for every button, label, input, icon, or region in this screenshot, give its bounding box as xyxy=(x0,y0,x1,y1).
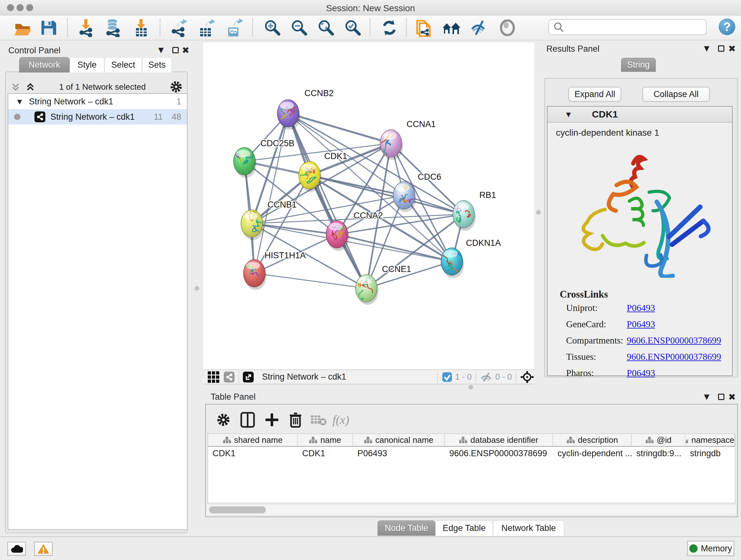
table-panel-collapse-icon[interactable]: ▼ xyxy=(704,393,710,401)
compartments-link[interactable]: 9606.ENSP00000378699 xyxy=(627,335,721,346)
birds-eye-view-icon[interactable] xyxy=(208,371,219,383)
pharos-link[interactable]: P06493 xyxy=(627,368,655,378)
toolbar-separator xyxy=(252,18,253,37)
column-header-shared-name[interactable]: shared name xyxy=(208,434,298,446)
left-splitter-handle[interactable] xyxy=(195,286,199,291)
expand-all-button[interactable]: Expand All xyxy=(568,87,621,102)
network-edge-CCNB2-CCNE1[interactable] xyxy=(288,113,366,288)
column-header-description[interactable]: description xyxy=(553,434,632,446)
expand-all-chevron-icon[interactable] xyxy=(25,81,36,92)
zoom-in-icon[interactable] xyxy=(262,18,283,38)
export-network-icon[interactable] xyxy=(169,18,189,38)
delete-column-trash-icon[interactable] xyxy=(285,410,306,429)
show-all-eye-icon[interactable] xyxy=(497,18,518,38)
column-header-namespace[interactable]: namespace xyxy=(685,434,735,446)
import-database-icon[interactable] xyxy=(103,18,123,38)
import-network-icon[interactable] xyxy=(76,18,96,38)
tissues-link[interactable]: 9606.ENSP00000378699 xyxy=(627,352,721,362)
results-panel-float-icon[interactable] xyxy=(718,45,724,52)
memory-button[interactable]: Memory xyxy=(687,541,734,556)
search-field[interactable] xyxy=(548,19,706,35)
tab-network-table[interactable]: Network Table xyxy=(493,520,564,536)
table-row[interactable]: CDK1CDK1P064939606.ENSP00000378699cyclin… xyxy=(208,447,735,460)
tab-node-table[interactable]: Node Table xyxy=(378,520,435,536)
tab-string-results[interactable]: String xyxy=(621,58,656,72)
open-in-browser-icon[interactable] xyxy=(243,372,254,382)
scrollbar-thumb[interactable] xyxy=(209,506,266,513)
fit-content-crosshair-icon[interactable] xyxy=(520,371,534,383)
warnings-button[interactable] xyxy=(34,542,53,556)
home-icon[interactable] xyxy=(441,18,461,38)
tab-network[interactable]: Network xyxy=(19,57,70,72)
search-input[interactable] xyxy=(567,20,706,35)
delete-table-icon[interactable] xyxy=(308,410,329,429)
column-header--id[interactable]: @id xyxy=(632,434,685,446)
hidden-eye-slash-icon[interactable] xyxy=(480,372,493,382)
tree-expander-icon[interactable]: ▼ xyxy=(17,98,22,105)
node-section-header[interactable]: ▼ CDK1 xyxy=(548,107,732,123)
table-cell[interactable]: CDK1 xyxy=(298,449,353,458)
share-document-icon[interactable] xyxy=(414,18,434,38)
export-image-icon[interactable] xyxy=(225,18,245,38)
network-node-CDC25B[interactable]: CDC25B xyxy=(233,138,294,178)
network-node-RB1[interactable]: RB1 xyxy=(450,190,496,231)
control-panel-float-icon[interactable] xyxy=(172,47,179,53)
section-collapse-icon[interactable]: ▼ xyxy=(566,111,571,118)
table-cell[interactable]: P06493 xyxy=(353,449,445,458)
network-node-CCNA1[interactable]: CCNA1 xyxy=(377,119,435,160)
crosslink-label: Pharos: xyxy=(566,368,627,378)
control-panel-close-icon[interactable]: ✖ xyxy=(182,45,189,56)
function-builder-icon[interactable]: f(x) xyxy=(331,410,351,429)
string-style-icon[interactable] xyxy=(224,372,234,382)
export-table-icon[interactable] xyxy=(197,18,217,38)
network-canvas[interactable]: CCNB2CCNA1CDC25BCDK1CDC6RB1CCNB1CCNA2CDK… xyxy=(203,43,534,369)
results-panel-close-icon[interactable]: ✖ xyxy=(728,44,736,54)
genecard-link[interactable]: P06493 xyxy=(627,319,655,329)
cloud-status-button[interactable] xyxy=(7,542,26,556)
table-panel-close-icon[interactable]: ✖ xyxy=(728,392,736,402)
column-header-canonical-name[interactable]: canonical name xyxy=(353,434,445,446)
network-edge-CCNB1-CCNA2[interactable] xyxy=(252,224,337,234)
tab-edge-table[interactable]: Edge Table xyxy=(435,520,493,536)
column-header-name[interactable]: name xyxy=(298,434,353,446)
table-cell[interactable]: 9606.ENSP00000378699 xyxy=(445,449,553,458)
uniprot-link[interactable]: P06493 xyxy=(627,303,655,313)
collapse-all-button[interactable]: Collapse All xyxy=(643,87,710,102)
right-splitter-handle[interactable] xyxy=(536,210,541,214)
table-settings-gear-icon[interactable] xyxy=(213,410,233,429)
zoom-fit-icon[interactable] xyxy=(316,18,336,38)
show-columns-icon[interactable] xyxy=(238,410,258,429)
network-collection-row[interactable]: ▼ String Network – cdk1 1 xyxy=(8,94,187,109)
network-edge-HIST1H1A-CCNE1[interactable] xyxy=(254,273,366,288)
tab-select[interactable]: Select xyxy=(105,57,142,72)
hide-selected-eye-icon[interactable] xyxy=(469,18,489,38)
selected-count-checkbox-icon[interactable] xyxy=(442,372,453,382)
bottom-splitter-handle[interactable] xyxy=(468,385,473,389)
table-cell[interactable]: cyclin-dependent ... xyxy=(553,449,632,458)
results-panel-collapse-icon[interactable]: ▼ xyxy=(704,44,710,52)
network-edge-CCNB2-HIST1H1A[interactable] xyxy=(254,113,288,273)
help-icon[interactable]: ? xyxy=(719,18,735,35)
network-edge-CCNB2-CCNA1[interactable] xyxy=(288,113,391,143)
tab-sets[interactable]: Sets xyxy=(142,57,172,72)
collapse-all-chevron-icon[interactable] xyxy=(10,81,21,92)
zoom-selected-icon[interactable] xyxy=(343,18,363,38)
import-table-icon[interactable] xyxy=(131,18,151,38)
table-cell[interactable]: stringdb:9... xyxy=(632,449,685,458)
zoom-out-icon[interactable] xyxy=(289,18,310,38)
add-column-icon[interactable] xyxy=(262,410,282,429)
refresh-layout-icon[interactable] xyxy=(379,18,400,38)
table-cell[interactable]: CDK1 xyxy=(208,449,298,458)
save-session-icon[interactable] xyxy=(38,18,59,38)
network-row[interactable]: String Network – cdk1 11 48 xyxy=(8,109,187,125)
column-header-database-identifier[interactable]: database identifier xyxy=(445,434,553,446)
open-session-icon[interactable] xyxy=(13,18,33,38)
table-panel-float-icon[interactable] xyxy=(718,394,724,400)
table-horizontal-scrollbar[interactable] xyxy=(207,505,736,515)
table-cell[interactable]: stringdb xyxy=(685,449,735,458)
tab-style[interactable]: Style xyxy=(70,57,105,72)
network-options-gear-icon[interactable] xyxy=(169,80,183,94)
control-panel-collapse-icon[interactable]: ▼ xyxy=(158,46,164,54)
network-node-CCNE1[interactable]: CCNE1 xyxy=(355,264,411,305)
network-node-CDKN1A[interactable]: CDKN1A xyxy=(440,238,501,278)
